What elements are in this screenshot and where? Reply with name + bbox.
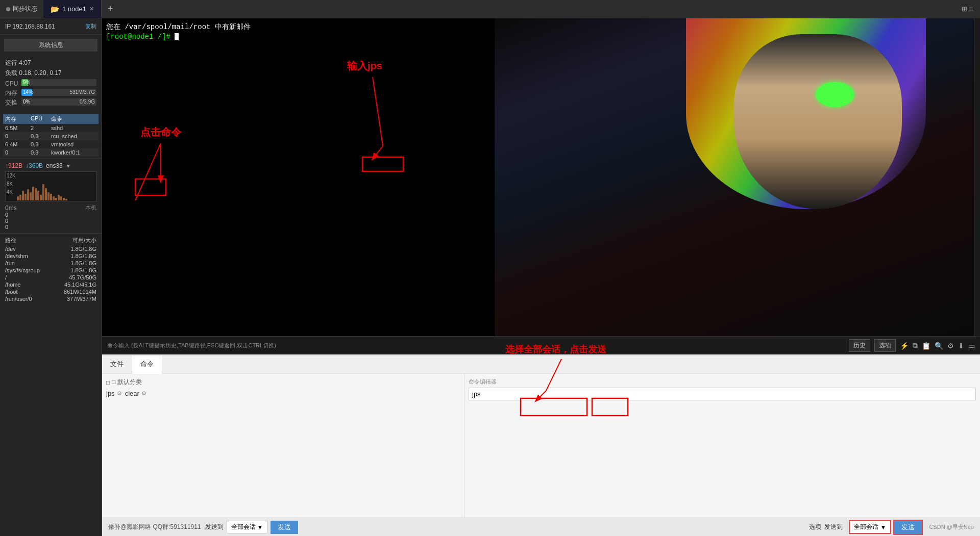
option-label: 选项 <box>809 523 821 531</box>
tab-bar: 📂 1 node1 ✕ + <box>43 0 954 18</box>
term-cursor <box>175 33 179 40</box>
process-header: 内存 CPU 命令 <box>3 114 99 124</box>
history-btn[interactable]: 历史 <box>849 339 870 352</box>
sync-dot <box>6 7 10 11</box>
add-tab-btn[interactable]: + <box>102 4 119 14</box>
ms-row: 0ms 本机 <box>5 204 96 212</box>
top-bar: 同步状态 📂 1 node1 ✕ + ⊞ ≡ <box>0 0 980 18</box>
cmd-left-panel: □ □ 默认分类 jps ⚙ clear ⚙ <box>102 374 464 518</box>
proc-row-4: 00.3kworker/0:1 <box>3 148 99 157</box>
cpu-label: CPU <box>5 80 19 87</box>
terminal-bg-image <box>495 18 974 336</box>
plugin-label: 修补@魔影网络 QQ群:591311911 <box>108 523 201 531</box>
mem-size: 531M/3.7G <box>70 89 95 96</box>
terminal-scrollbar[interactable] <box>974 18 980 336</box>
csdn-watermark: CSDN @早安Neo <box>929 523 974 531</box>
net-interface: ens33 <box>46 162 63 169</box>
tab-file[interactable]: 文件 <box>102 355 132 373</box>
mem-label: 内存 <box>5 89 19 97</box>
bottom-bar: 修补@魔影网络 QQ群:591311911 发送到 全部会话 ▼ 发送 选项 发… <box>102 518 980 536</box>
tab-label: 1 node1 <box>62 5 86 13</box>
cpu-percent: 9% <box>23 79 30 86</box>
terminal-main: 您在 /var/spool/mail/root 中有新邮件 [root@node… <box>102 18 980 336</box>
uptime-row: 运行 4:07 <box>5 59 96 67</box>
tab-close-btn[interactable]: ✕ <box>89 6 94 12</box>
loadavg-row: 负载 0.18, 0.20, 0.17 <box>5 69 96 78</box>
copy-icon[interactable]: ⧉ <box>913 341 918 350</box>
sidebar-ip-row: IP 192.168.88.161 复制 <box>0 18 102 35</box>
net-header: ↑912B ↓360B ens33 ▼ <box>5 162 96 169</box>
settings-icon[interactable]: ⚙ <box>947 342 954 350</box>
search-icon[interactable]: 🔍 <box>935 342 943 350</box>
bottom-right: 选项 发送到 全部会话 ▼ 发送 CSDN @早安Neo <box>809 520 974 535</box>
disk-header: 路径 可用/大小 <box>5 237 96 244</box>
swap-size: 0/3.9G <box>80 98 95 106</box>
cmd-right-panel: 命令编辑器 <box>464 374 980 518</box>
term-line-1: 您在 /var/spool/mail/root 中有新邮件 <box>106 22 970 32</box>
send-dropdown-arrow: ▼ <box>257 524 263 531</box>
copy-ip-btn[interactable]: 复制 <box>85 22 96 30</box>
swap-label: 交换 <box>5 98 19 107</box>
term-prompt: [root@node1 /]# <box>106 33 170 41</box>
uptime-text: 运行 4:07 <box>5 59 31 67</box>
option-btn[interactable]: 选项 <box>874 339 896 352</box>
disk-row-run: /run1.8G/1.8G <box>5 260 96 266</box>
tab-command[interactable]: 命令 <box>132 355 162 374</box>
cmd-jps-label: jps <box>106 390 115 397</box>
disk-section: 路径 可用/大小 /dev1.8G/1.8G /dev/shm1.8G/1.8G… <box>0 233 102 536</box>
net-chart: 12K 8K 4K <box>5 171 96 202</box>
proc-row-1: 6.5M2sshd <box>3 124 99 132</box>
send-dropdown-label: 全部会话 <box>231 523 256 531</box>
option-section: 选项 发送到 <box>809 523 843 531</box>
loadavg-text: 负载 0.18, 0.20, 0.17 <box>5 69 62 78</box>
net-down-speed: ↓360B <box>26 162 43 169</box>
send-button[interactable]: 发送 <box>271 521 298 534</box>
send-button-highlighted[interactable]: 发送 <box>893 520 923 535</box>
swap-percent: 0% <box>23 98 30 106</box>
all-sessions-label: 全部会话 <box>854 523 878 531</box>
disk-row-dev: /dev1.8G/1.8G <box>5 246 96 252</box>
cmd-item-jps[interactable]: jps ⚙ <box>106 390 122 397</box>
process-table: 内存 CPU 命令 6.5M2sshd 00.3rcu_sched 6.4M0.… <box>0 112 102 159</box>
mem-percent: 14% <box>23 89 33 96</box>
cmd-jps-gear[interactable]: ⚙ <box>117 390 122 397</box>
network-section: ↑912B ↓360B ens33 ▼ 12K 8K 4K <box>0 159 102 233</box>
cmd-editor-input[interactable] <box>469 388 976 400</box>
terminal-toolbar: 命令输入 (按ALT键提示历史,TAB键路径,ESC键返回,双击CTRL切换) … <box>102 336 980 354</box>
window-icon[interactable]: ▭ <box>968 342 975 350</box>
send-to-section: 全部会话 ▼ 发送 <box>849 520 923 535</box>
lightning-icon[interactable]: ⚡ <box>900 342 909 350</box>
left-sidebar: IP 192.168.88.161 复制 系统信息 运行 4:07 负载 0.1… <box>0 18 102 536</box>
command-body: □ □ 默认分类 jps ⚙ clear ⚙ <box>102 374 980 518</box>
proc-col-cpu: CPU <box>31 115 51 123</box>
grid-icon[interactable]: ⊞ ≡ <box>954 5 980 13</box>
net-up-speed: ↑912B <box>5 162 22 169</box>
local-label: 本机 <box>85 204 96 212</box>
folder-icon: □ <box>106 379 110 386</box>
send-dropdown[interactable]: 全部会话 ▼ <box>227 521 268 533</box>
terminal-screen[interactable]: 您在 /var/spool/mail/root 中有新邮件 [root@node… <box>102 18 974 336</box>
disk-row-boot: /boot861M/1014M <box>5 289 96 295</box>
send-section: 发送到 全部会话 ▼ 发送 <box>205 521 299 534</box>
proc-col-mem: 内存 <box>5 115 31 123</box>
all-sessions-arrow: ▼ <box>880 524 887 531</box>
proc-col-cmd: 命令 <box>51 115 96 123</box>
cmd-clear-gear[interactable]: ⚙ <box>141 390 146 397</box>
term-line-prompt: [root@node1 /]# <box>106 33 970 41</box>
tab-node1[interactable]: 📂 1 node1 ✕ <box>43 0 102 18</box>
all-sessions-dropdown[interactable]: 全部会话 ▼ <box>849 520 892 534</box>
download-icon[interactable]: ⬇ <box>958 342 964 350</box>
tab-folder-icon: 📂 <box>51 5 59 13</box>
command-panel: 文件 命令 □ □ 默认分类 j <box>102 354 980 518</box>
sync-label: 同步状态 <box>13 5 37 13</box>
cmd-item-clear[interactable]: clear ⚙ <box>125 390 146 397</box>
cmd-list: jps ⚙ clear ⚙ <box>106 390 460 397</box>
command-tabs: 文件 命令 <box>102 355 980 374</box>
send-to-label: 发送到 <box>205 523 224 531</box>
send-to-label-2: 发送到 <box>824 523 843 531</box>
sys-info-button[interactable]: 系统信息 <box>4 39 97 52</box>
copy2-icon[interactable]: 📋 <box>922 342 930 350</box>
disk-row-root: /45.7G/50G <box>5 274 96 280</box>
cmd-category: □ □ 默认分类 <box>106 378 460 387</box>
term-input-hint: 命令输入 (按ALT键提示历史,TAB键路径,ESC键返回,双击CTRL切换) <box>107 342 845 349</box>
